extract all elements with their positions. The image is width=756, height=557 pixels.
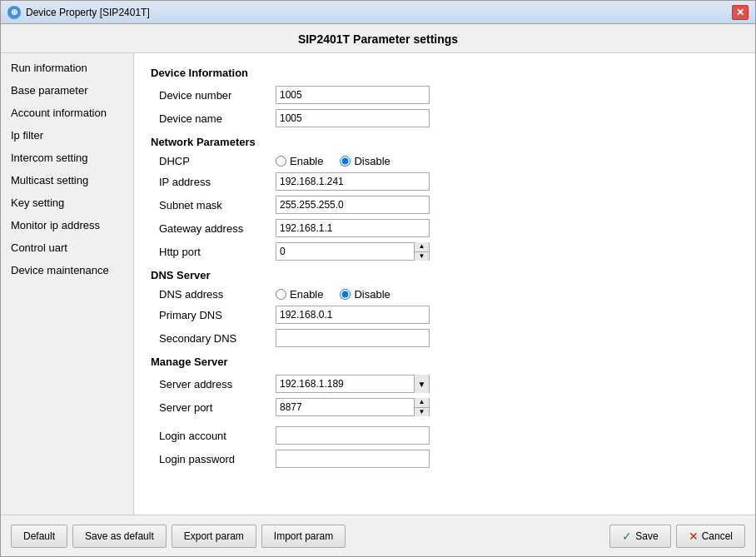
manage-server-section-title: Manage Server — [151, 356, 739, 368]
primary-dns-input[interactable] — [276, 306, 430, 324]
gateway-input[interactable] — [276, 219, 430, 237]
sidebar-item-control-uart[interactable]: Control uart — [1, 236, 133, 259]
sidebar-item-key-setting[interactable]: Key setting — [1, 191, 133, 214]
http-port-label: Http port — [159, 246, 276, 258]
page-header: SIP2401T Parameter settings — [1, 24, 755, 53]
login-account-label: Login account — [159, 430, 276, 442]
http-port-spinner-buttons: ▲ ▼ — [414, 242, 429, 261]
sidebar-item-account-information[interactable]: Account information — [1, 102, 133, 124]
dns-server-section-title: DNS Server — [151, 269, 739, 281]
cancel-label: Cancel — [702, 530, 733, 542]
login-account-input[interactable] — [276, 426, 430, 445]
ip-address-label: IP address — [159, 176, 276, 188]
gateway-row: Gateway address — [151, 219, 739, 237]
login-account-row: Login account — [151, 426, 739, 445]
http-port-down-button[interactable]: ▼ — [415, 251, 429, 261]
main-content: Run information Base parameter Account i… — [1, 53, 755, 515]
default-button[interactable]: Default — [11, 525, 67, 548]
sidebar: Run information Base parameter Account i… — [1, 53, 134, 515]
primary-dns-label: Primary DNS — [159, 309, 276, 321]
http-port-row: Http port ▲ ▼ — [151, 242, 739, 261]
dns-address-row: DNS address Enable Disable — [151, 288, 739, 301]
dhcp-enable-label: Enable — [290, 155, 323, 167]
window-title: Device Property [SIP2401T] — [26, 7, 150, 18]
subnet-mask-label: Subnet mask — [159, 199, 276, 211]
dhcp-row: DHCP Enable Disable — [151, 155, 739, 167]
server-port-down-button[interactable]: ▼ — [415, 407, 429, 417]
dhcp-disable-label: Disable — [354, 155, 390, 167]
dhcp-enable-radio[interactable] — [276, 156, 286, 167]
export-param-button[interactable]: Export param — [172, 525, 256, 548]
dns-disable-radio[interactable] — [340, 289, 351, 300]
page-title: SIP2401T Parameter settings — [298, 32, 458, 46]
save-label: Save — [635, 530, 658, 542]
cancel-button[interactable]: ✕ Cancel — [676, 525, 745, 548]
dhcp-disable-radio[interactable] — [340, 156, 351, 167]
device-name-label: Device name — [159, 112, 276, 125]
device-info-section-title: Device Information — [151, 67, 739, 79]
footer-right-buttons: ✓ Save ✕ Cancel — [609, 525, 745, 548]
title-bar-left: ⊕ Device Property [SIP2401T] — [7, 6, 150, 19]
dns-enable-label: Enable — [290, 288, 323, 301]
http-port-spinner: ▲ ▼ — [276, 242, 430, 261]
login-password-row: Login password — [151, 450, 739, 468]
footer-left-buttons: Default Save as default Export param Imp… — [11, 525, 346, 548]
sidebar-item-intercom-setting[interactable]: Intercom setting — [1, 147, 133, 169]
secondary-dns-input[interactable] — [276, 329, 430, 347]
server-address-dropdown-button[interactable]: ▼ — [414, 375, 429, 393]
app-icon: ⊕ — [7, 6, 21, 19]
sidebar-item-base-parameter[interactable]: Base parameter — [1, 79, 133, 102]
dhcp-label: DHCP — [159, 155, 276, 167]
server-port-row: Server port ▲ ▼ — [151, 398, 739, 416]
server-port-label: Server port — [159, 401, 276, 414]
device-number-row: Device number — [151, 86, 739, 104]
dns-radio-group: Enable Disable — [276, 288, 390, 301]
sidebar-item-ip-filter[interactable]: Ip filter — [1, 124, 133, 147]
server-port-spinner-buttons: ▲ ▼ — [414, 398, 429, 416]
title-bar: ⊕ Device Property [SIP2401T] ✕ — [1, 1, 755, 24]
sidebar-item-device-maintenance[interactable]: Device maintenance — [1, 259, 133, 281]
http-port-up-button[interactable]: ▲ — [415, 242, 429, 251]
dns-disable-label: Disable — [354, 288, 390, 301]
gateway-label: Gateway address — [159, 222, 276, 235]
login-password-input[interactable] — [276, 450, 430, 468]
dhcp-disable-option[interactable]: Disable — [340, 155, 390, 167]
content-area: Device Information Device number Device … — [134, 53, 755, 515]
network-params-section-title: Network Parameters — [151, 136, 739, 148]
device-name-input[interactable] — [276, 109, 430, 127]
import-param-button[interactable]: Import param — [261, 525, 346, 548]
sidebar-item-monitor-ip-address[interactable]: Monitor ip address — [1, 214, 133, 236]
device-name-row: Device name — [151, 109, 739, 127]
ip-address-row: IP address — [151, 172, 739, 191]
http-port-input[interactable] — [276, 243, 414, 260]
sidebar-item-multicast-setting[interactable]: Multicast setting — [1, 169, 133, 191]
server-address-input[interactable] — [276, 375, 414, 392]
ip-address-input[interactable] — [276, 172, 430, 191]
dns-disable-option[interactable]: Disable — [340, 288, 390, 301]
device-number-input[interactable] — [276, 86, 430, 104]
main-window: ⊕ Device Property [SIP2401T] ✕ SIP2401T … — [0, 0, 756, 557]
server-port-up-button[interactable]: ▲ — [415, 398, 429, 407]
dns-enable-option[interactable]: Enable — [276, 288, 323, 301]
server-address-label: Server address — [159, 378, 276, 390]
dhcp-radio-group: Enable Disable — [276, 155, 390, 167]
server-port-spinner: ▲ ▼ — [276, 398, 430, 416]
footer: Default Save as default Export param Imp… — [1, 515, 755, 556]
secondary-dns-row: Secondary DNS — [151, 329, 739, 347]
save-button[interactable]: ✓ Save — [609, 525, 670, 548]
close-button[interactable]: ✕ — [732, 5, 749, 20]
sidebar-item-run-information[interactable]: Run information — [1, 57, 133, 79]
subnet-mask-row: Subnet mask — [151, 196, 739, 214]
subnet-mask-input[interactable] — [276, 196, 430, 214]
server-address-dropdown: ▼ — [276, 375, 430, 393]
dns-enable-radio[interactable] — [276, 289, 286, 300]
secondary-dns-label: Secondary DNS — [159, 332, 276, 345]
login-password-label: Login password — [159, 453, 276, 465]
dns-address-label: DNS address — [159, 288, 276, 301]
save-check-icon: ✓ — [622, 530, 632, 543]
dhcp-enable-option[interactable]: Enable — [276, 155, 323, 167]
save-as-default-button[interactable]: Save as default — [72, 525, 167, 548]
server-address-row: Server address ▼ — [151, 375, 739, 393]
server-port-input[interactable] — [276, 399, 414, 415]
primary-dns-row: Primary DNS — [151, 306, 739, 324]
